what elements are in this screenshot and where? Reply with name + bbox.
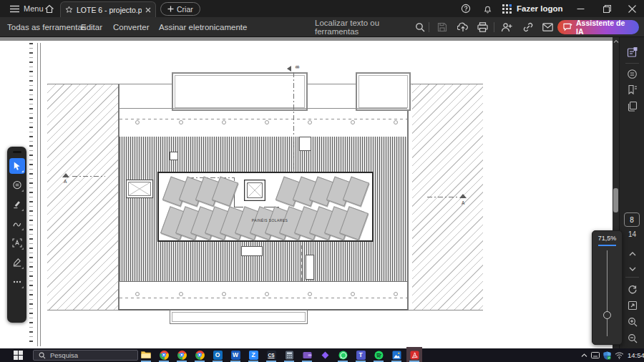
fill-sign-tool[interactable] <box>9 255 25 270</box>
zoom-value-underline <box>598 245 616 246</box>
ellipsis-icon <box>13 280 21 283</box>
comment-tool[interactable] <box>9 177 25 193</box>
roof-line <box>119 108 407 109</box>
edit-menu[interactable]: Editar <box>81 17 102 37</box>
select-tool[interactable] <box>9 158 25 174</box>
touch-keyboard-icon[interactable] <box>591 352 600 358</box>
clock[interactable]: 14:54 <box>628 351 644 359</box>
roof-drain-circle <box>135 120 140 124</box>
zoom-app-icon[interactable]: Z <box>248 349 259 361</box>
tray-chevron-icon[interactable] <box>581 353 587 358</box>
scrollbar-thumb[interactable] <box>613 188 618 212</box>
chrome-icon[interactable] <box>176 349 187 361</box>
rail-divider <box>625 277 639 278</box>
link-icon[interactable] <box>519 19 535 35</box>
outlook-icon[interactable]: O <box>212 349 223 361</box>
bookmarks-icon <box>627 84 638 95</box>
title-bar: Menu LOTE 6 - projecto.pdf Criar <box>0 0 644 17</box>
share-upload-icon[interactable] <box>455 19 471 35</box>
convert-menu[interactable]: Converter <box>113 17 150 37</box>
highlight-tool[interactable] <box>9 197 25 212</box>
quick-tools-palette <box>7 147 26 323</box>
taskbar-search-box[interactable]: Pesquisa <box>33 350 138 361</box>
comment-bubble-icon <box>12 180 22 190</box>
total-pages-label: 14 <box>620 230 644 238</box>
file-explorer-icon[interactable] <box>140 349 152 361</box>
zoom-out-button[interactable] <box>620 331 644 346</box>
zoom-in-button[interactable] <box>620 315 644 329</box>
search-icon[interactable] <box>412 19 428 35</box>
word-icon[interactable]: W <box>230 349 241 361</box>
email-icon[interactable] <box>540 19 555 35</box>
print-icon[interactable] <box>474 19 490 35</box>
rotate-page-button[interactable] <box>620 283 644 297</box>
bookmarks-panel-button[interactable] <box>620 82 644 97</box>
windows-taskbar: Pesquisa O W Z CS T <box>0 348 644 362</box>
roof-drain-circle <box>265 120 269 124</box>
window-minimize-button[interactable] <box>568 0 592 17</box>
ai-assistant-panel-button[interactable] <box>620 45 644 59</box>
roof-drain-circle <box>265 292 269 296</box>
cs-app-icon[interactable]: CS <box>265 349 277 361</box>
zoom-slider-track[interactable] <box>607 250 608 336</box>
current-page-input[interactable]: 8 <box>624 212 640 227</box>
teams-icon[interactable]: T <box>355 349 366 361</box>
invite-people-icon[interactable] <box>499 19 514 35</box>
find-text-label[interactable]: Localizar texto ou ferramentas <box>315 17 409 37</box>
acrobat-icon[interactable] <box>409 349 420 361</box>
page-thumbnails-icon <box>627 101 638 112</box>
more-tools[interactable] <box>9 274 25 290</box>
previous-page-button[interactable] <box>620 247 644 261</box>
notifications-bell-button[interactable] <box>478 0 497 17</box>
fit-page-button[interactable] <box>620 298 644 313</box>
roof-drain-circle <box>222 120 226 124</box>
roof-drain-circle <box>135 292 140 296</box>
home-button[interactable] <box>40 0 59 17</box>
calculator-icon[interactable] <box>283 349 295 361</box>
diamond-app-icon[interactable] <box>319 349 331 361</box>
window-close-button[interactable] <box>620 0 644 17</box>
draw-tool[interactable] <box>9 216 25 232</box>
chrome-icon[interactable] <box>158 349 170 361</box>
apps-grid-button[interactable] <box>497 0 516 17</box>
skylight <box>126 180 153 198</box>
window-restore-button[interactable] <box>595 0 619 17</box>
next-page-button[interactable] <box>620 262 644 276</box>
save-button[interactable] <box>434 19 450 35</box>
windows-security-icon[interactable] <box>603 351 611 360</box>
roof-vent <box>306 255 314 280</box>
ai-assistant-button[interactable]: Assistente de IA <box>557 20 639 34</box>
add-text-tool[interactable] <box>9 235 25 251</box>
roof-drain-circle <box>179 292 183 296</box>
create-button[interactable]: Criar <box>160 2 200 16</box>
all-tools-menu[interactable]: Todas as ferramentas <box>7 17 87 37</box>
tab-close-icon[interactable] <box>145 7 151 13</box>
section-marker-a-label: A <box>462 200 464 205</box>
start-button[interactable] <box>7 348 29 362</box>
spotify-icon[interactable] <box>373 349 384 361</box>
chrome-icon[interactable] <box>194 349 205 361</box>
whatsapp-icon[interactable] <box>337 349 348 361</box>
wallet-app-icon[interactable] <box>301 349 313 361</box>
page-thumbnails-button[interactable] <box>620 99 644 113</box>
roof-drain-circle <box>394 120 398 124</box>
section-line-a <box>72 176 105 177</box>
hamburger-icon <box>10 5 19 13</box>
pdf-page: PAINÉIS SOLARES A A B <box>0 37 613 348</box>
toolbar-divider <box>494 22 494 32</box>
wifi-icon[interactable] <box>615 352 624 359</box>
esign-menu[interactable]: Assinar eletronicamente <box>159 17 247 37</box>
ai-chat-icon <box>563 23 572 31</box>
section-marker-b-triangle <box>287 66 291 72</box>
entrance-canopy-inner <box>172 312 306 322</box>
palette-drag-handle[interactable] <box>13 151 21 153</box>
section-marker-a-triangle <box>459 194 467 198</box>
photos-icon[interactable] <box>391 349 402 361</box>
dimension-tick-strip <box>29 43 33 345</box>
help-button[interactable] <box>457 0 475 17</box>
zoom-slider-handle[interactable] <box>603 311 611 319</box>
scroll-up-icon[interactable] <box>613 39 619 44</box>
document-tab[interactable]: LOTE 6 - projecto.pdf <box>60 1 156 17</box>
comments-panel-button[interactable] <box>620 67 644 81</box>
sign-in-button[interactable]: Fazer logon <box>517 0 563 17</box>
